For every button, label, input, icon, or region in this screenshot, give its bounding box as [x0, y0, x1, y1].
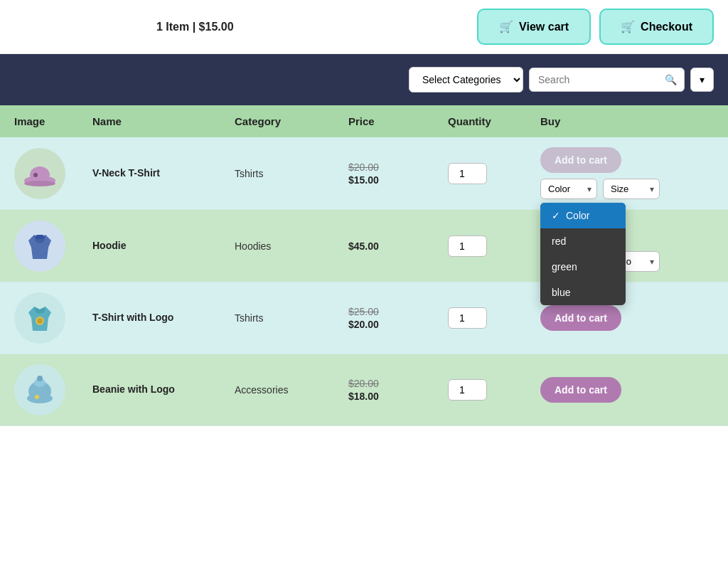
quantity-col: [448, 379, 540, 401]
color-select-container: Color red green blue: [540, 179, 597, 199]
col-name: Name: [92, 115, 235, 127]
table-row: Beanie with Logo Accessories $20.00 $18.…: [0, 354, 728, 426]
search-wrapper: 🔍: [529, 68, 685, 92]
view-cart-button[interactable]: 🛒 View cart: [477, 9, 591, 45]
search-button[interactable]: 🔍: [658, 68, 684, 91]
cart-summary: 1 Item | $15.00: [14, 21, 234, 33]
svg-point-2: [33, 173, 38, 177]
color-option-red[interactable]: red: [540, 228, 626, 254]
price-col: $20.00 $18.00: [348, 378, 448, 402]
price-original: $20.00: [348, 378, 448, 389]
view-cart-label: View cart: [519, 21, 569, 33]
product-category: Tshirts: [235, 168, 348, 179]
col-quantity: Quantity: [448, 115, 540, 127]
quantity-col: [448, 235, 540, 257]
price-current: $18.00: [348, 391, 448, 402]
price-original: $25.00: [348, 306, 448, 317]
product-image-circle: [14, 364, 65, 415]
product-category: Accessories: [235, 384, 348, 396]
hoodie-icon: [21, 228, 58, 265]
col-buy: Buy: [540, 115, 714, 127]
product-image: [14, 364, 92, 415]
table-header: Image Name Category Price Quantity Buy: [0, 105, 728, 137]
add-to-cart-button[interactable]: Add to cart: [540, 147, 621, 173]
col-category: Category: [235, 115, 348, 127]
product-image: [14, 148, 92, 199]
quantity-input[interactable]: [448, 379, 487, 401]
search-icon: 🔍: [665, 74, 677, 85]
product-image-circle: [14, 221, 65, 272]
size-select[interactable]: Size S M L XL: [603, 179, 660, 199]
price-col: $45.00: [348, 240, 448, 252]
size-select-container: Size S M L XL: [603, 179, 660, 199]
price-col: $25.00 $20.00: [348, 306, 448, 330]
buy-col: Add to cart: [540, 377, 714, 403]
category-select[interactable]: Select Categories Tshirts Hoodies Access…: [409, 67, 523, 92]
color-option-label: Color: [566, 210, 589, 221]
quantity-col: [448, 163, 540, 184]
logo-shirt-icon: [21, 300, 58, 337]
color-option-blue-label: blue: [552, 287, 570, 298]
buy-col: Add to cart Color red green blue ✓ Color: [540, 147, 714, 199]
checkout-icon: 🛒: [621, 20, 635, 33]
quantity-col: [448, 307, 540, 329]
quantity-input[interactable]: [448, 163, 487, 184]
svg-point-10: [37, 318, 43, 324]
variant-row: Color red green blue ✓ Color red: [540, 179, 660, 199]
price-single: $45.00: [348, 240, 448, 252]
checkout-button[interactable]: 🛒 Checkout: [599, 9, 714, 45]
svg-rect-6: [36, 235, 44, 239]
color-option-green-label: green: [552, 261, 577, 272]
price-current: $20.00: [348, 319, 448, 330]
price-original: $20.00: [348, 161, 448, 173]
product-image: [14, 292, 92, 344]
color-select[interactable]: Color red green blue: [540, 179, 597, 199]
top-bar: 1 Item | $15.00 🛒 View cart 🛒 Checkout: [0, 0, 728, 54]
dropdown-arrow-button[interactable]: ▾: [690, 68, 714, 92]
chevron-down-icon: ▾: [700, 74, 705, 85]
col-image: Image: [14, 115, 92, 127]
color-select-wrapper: Color red green blue ✓ Color red: [540, 179, 597, 199]
buy-col: Add to cart: [540, 305, 714, 331]
product-image-circle: [14, 292, 65, 344]
col-price: Price: [348, 115, 448, 127]
svg-point-3: [24, 181, 55, 186]
product-name: T-Shirt with Logo: [92, 311, 235, 325]
product-name: Hoodie: [92, 239, 235, 253]
nav-bar: Select Categories Tshirts Hoodies Access…: [0, 54, 728, 105]
product-name: Beanie with Logo: [92, 383, 235, 397]
color-option-green[interactable]: green: [540, 254, 626, 280]
color-option-red-label: red: [552, 235, 566, 247]
price-current: $15.00: [348, 174, 448, 186]
search-input[interactable]: [530, 68, 658, 91]
color-option-color[interactable]: ✓ Color: [540, 203, 626, 228]
svg-point-14: [37, 376, 43, 381]
product-category: Tshirts: [235, 312, 348, 324]
product-image-circle: [14, 148, 65, 199]
hat-icon: [21, 155, 58, 192]
add-to-cart-button[interactable]: Add to cart: [540, 377, 621, 403]
svg-point-15: [35, 395, 39, 399]
quantity-input[interactable]: [448, 235, 487, 257]
quantity-input[interactable]: [448, 307, 487, 329]
product-image: [14, 221, 92, 272]
color-option-blue[interactable]: blue: [540, 280, 626, 305]
product-name: V-Neck T-Shirt: [92, 166, 235, 181]
beanie-icon: [21, 371, 58, 408]
price-col: $20.00 $15.00: [348, 161, 448, 186]
table-row: V-Neck T-Shirt Tshirts $20.00 $15.00 Add…: [0, 137, 728, 210]
cart-icon: 🛒: [499, 20, 513, 33]
color-dropdown-open: ✓ Color red green blue: [540, 203, 626, 305]
checkmark-icon: ✓: [552, 210, 560, 221]
checkout-label: Checkout: [641, 21, 692, 33]
add-to-cart-button[interactable]: Add to cart: [540, 305, 621, 331]
product-category: Hoodies: [235, 240, 348, 252]
